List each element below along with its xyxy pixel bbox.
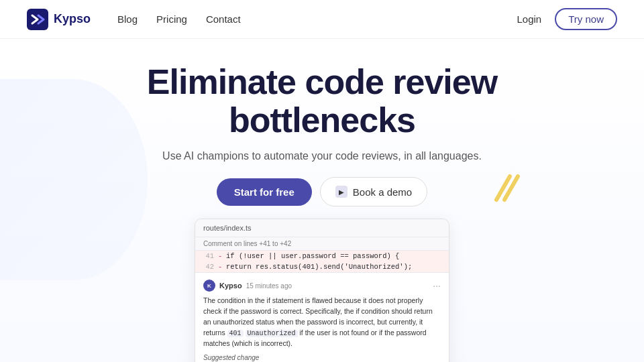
decorative-slash [490, 170, 527, 209]
navbar: Kypso Blog Pricing Contact Login Try now [0, 0, 644, 39]
nav-link-contact[interactable]: Contact [206, 13, 241, 25]
suggested-change-label: Suggested change [203, 354, 441, 361]
logo-text: Kypso [54, 12, 91, 26]
kypso-avatar: K [203, 280, 215, 292]
try-now-button[interactable]: Try now [555, 8, 617, 30]
code-review-card: routes/index.ts Comment on lines +41 to … [195, 219, 449, 362]
video-icon: ▶ [335, 186, 347, 198]
kypso-time: 15 minutes ago [246, 282, 292, 290]
book-demo-button[interactable]: ▶ Book a demo [320, 177, 427, 206]
nav-right: Login Try now [517, 8, 618, 30]
kypso-name: Kypso [219, 282, 242, 290]
bg-decoration [0, 79, 148, 280]
kypso-comment-text: The condition in the if statement is fla… [203, 296, 441, 349]
diff-line-removed-2: 42 - return res.status(401).send('Unauth… [195, 261, 449, 272]
hero-title: Eliminate code review bottlenecks [147, 63, 497, 139]
card-file-header: routes/index.ts [195, 219, 449, 237]
logo-icon [27, 9, 48, 30]
logo[interactable]: Kypso [27, 9, 91, 30]
nav-link-pricing[interactable]: Pricing [156, 13, 187, 25]
hero-subtitle: Use AI champions to automate your code r… [162, 150, 482, 162]
comment-header: K Kypso 15 minutes ago ··· [203, 280, 441, 292]
kypso-comment-block: K Kypso 15 minutes ago ··· The condition… [195, 272, 449, 362]
hero-buttons: Start for free ▶ Book a demo [217, 177, 427, 206]
hero-section: Eliminate code review bottlenecks Use AI… [0, 39, 644, 362]
diff-area: 41 - if (!user || user.password == passw… [195, 251, 449, 272]
diff-line-removed-1: 41 - if (!user || user.password == passw… [195, 251, 449, 261]
nav-links: Blog Pricing Contact [117, 13, 517, 25]
login-button[interactable]: Login [517, 13, 542, 25]
card-comment-range: Comment on lines +41 to +42 [195, 237, 449, 251]
comment-menu-dots[interactable]: ··· [433, 280, 441, 291]
start-for-free-button[interactable]: Start for free [217, 178, 312, 206]
nav-link-blog[interactable]: Blog [117, 13, 138, 25]
